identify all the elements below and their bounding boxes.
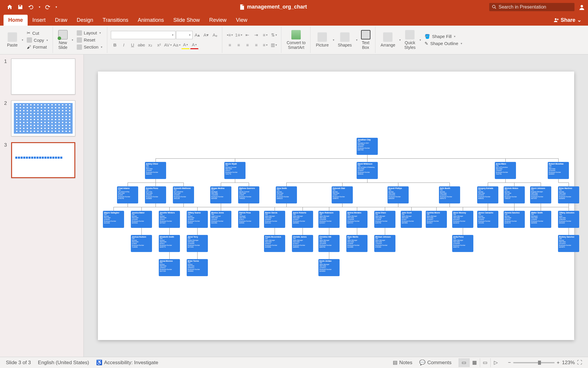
normal-view-button[interactable]: ▭ [459, 358, 469, 367]
shape-fill-button[interactable]: 🪣Shape Fill▾ [423, 33, 464, 40]
org-node[interactable]: Jonathan ClayTitlePresident & CEOStart D… [357, 138, 378, 155]
save-icon[interactable] [17, 4, 24, 10]
org-node[interactable]: Brian TorresTitleAnalystStart Date3/30/2… [187, 259, 208, 276]
zoom-out-button[interactable]: − [508, 360, 511, 366]
bold-button[interactable]: B [111, 41, 119, 49]
org-node[interactable]: Nicole WyattTitleGeneral CounselStart Da… [224, 162, 245, 179]
quick-styles-button[interactable]: Quick Styles [402, 29, 417, 51]
thumbnail-1[interactable]: 1 [4, 59, 79, 95]
increase-indent-button[interactable]: ⇥ [252, 31, 260, 39]
thumbnail-2[interactable]: 2 [4, 100, 79, 136]
org-node[interactable]: Christie JamesTitleSales ManagerStart Da… [292, 235, 313, 252]
org-node[interactable]: Anna OlsenTitleSales ManagerStart Date7/… [374, 211, 395, 228]
org-node[interactable]: Pamela SanchezTitleDirectorStart Date6/5… [504, 211, 525, 228]
font-size-select[interactable]: ▾ [176, 31, 193, 39]
picture-more[interactable]: ▾ [333, 38, 334, 42]
textbox-button[interactable]: Text Box [359, 29, 372, 51]
reading-view-button[interactable]: ▭ [480, 358, 490, 367]
thumb-preview-1[interactable] [11, 59, 75, 95]
numbering-button[interactable]: 1≡▾ [235, 31, 243, 39]
cut-button[interactable]: ✂Cut [25, 30, 50, 36]
org-node[interactable]: Tiffany JohnstonTitleLeadStart Date3/28/… [558, 211, 579, 228]
quick-more[interactable]: ▾ [420, 38, 421, 42]
org-node[interactable]: Raven GarciaTitleSales ManagerStart Date… [264, 211, 285, 228]
shapes-more[interactable]: ▾ [356, 38, 358, 42]
tab-insert[interactable]: Insert [28, 15, 50, 26]
org-node[interactable]: Joshua HudsonTitleDirectorStart Date5/18… [131, 235, 152, 252]
zoom-percent[interactable]: 123% [562, 360, 575, 366]
undo-icon[interactable] [28, 4, 34, 10]
notes-button[interactable]: ▤Notes [393, 359, 412, 366]
org-node[interactable]: Deborah StairTitleDirectorStart Date1/23… [332, 186, 353, 203]
org-node[interactable]: Cynthia MooreTitleSales ManagerStart Dat… [426, 211, 447, 228]
org-node[interactable]: Patrick PenaTitleParalegalStart Date8/19… [238, 211, 259, 228]
org-node[interactable]: Michael JohnsonTitleSales ManagerStart D… [374, 235, 395, 252]
underline-button[interactable]: U [128, 41, 137, 49]
highlight-button[interactable]: A▾ [181, 41, 190, 49]
org-node[interactable]: Kevin JordanTitleSales ManagerStart Date… [318, 259, 340, 276]
text-direction-button[interactable]: ⇅▾ [270, 31, 278, 39]
org-node[interactable]: Rodney SanchezTitleDirectorStart Date10/… [558, 235, 579, 252]
org-node[interactable]: Selena MoralesTitleSales ManagerStart Da… [346, 211, 368, 228]
align-text-button[interactable]: ≡▾ [261, 41, 269, 49]
font-color-button[interactable]: A▾ [190, 41, 198, 49]
org-node[interactable]: James CamachoTitleDirectorStart Date2/2/… [477, 211, 498, 228]
convert-smartart-button[interactable]: Convert to SmartArt [285, 29, 308, 51]
share-button[interactable]: Share ⌄ [551, 14, 584, 26]
org-node[interactable]: David WilkinsonTitleSVP of Sales & Marke… [357, 162, 378, 179]
fit-to-window-button[interactable]: ⛶ [577, 360, 582, 366]
org-node[interactable]: Seth BoothTitleDirectorStart Date11/8/20… [439, 186, 460, 203]
bullets-button[interactable]: •≡▾ [226, 31, 234, 39]
thumb-preview-2[interactable] [11, 100, 75, 136]
copy-button[interactable]: Copy▾ [25, 37, 50, 43]
picture-button[interactable]: Picture [314, 31, 330, 49]
org-node[interactable]: Tiffany SuarezTitleAnalystStart Date4/2/… [187, 211, 208, 228]
org-node[interactable]: Elizabeth SmithTitleAnalystStart Date8/2… [159, 235, 180, 252]
columns-button[interactable]: ▥▾ [270, 41, 278, 49]
new-slide-button[interactable]: New Slide [56, 29, 69, 51]
align-center-button[interactable]: ≡ [235, 41, 243, 49]
accessibility-button[interactable]: ♿Accessibility: Investigate [96, 359, 158, 366]
org-node[interactable]: Travis MccormickTitleSales ManagerStart … [264, 235, 285, 252]
comments-button[interactable]: 💬Comments [419, 359, 451, 366]
tab-view[interactable]: View [231, 15, 252, 26]
decrease-indent-button[interactable]: ⇤ [243, 31, 252, 39]
slideshow-view-button[interactable]: ▷ [490, 358, 501, 367]
org-node[interactable]: Wayne GallagherTitleDirectorStart Date10… [103, 211, 124, 228]
chevron-down-icon[interactable]: ⌄ [577, 17, 582, 23]
org-node[interactable]: John ScottTitleSales ManagerStart Date9/… [401, 211, 422, 228]
org-node[interactable]: Steve MooneyTitleSales ManagerStart Date… [452, 211, 473, 228]
tab-draw[interactable]: Draw [50, 15, 72, 26]
grow-font-button[interactable]: A▴ [193, 31, 201, 39]
org-node[interactable]: Anna MannTitleSVP of ProductionStart Dat… [495, 162, 516, 179]
home-icon[interactable] [6, 4, 13, 10]
thumbnail-3[interactable]: 3 [4, 142, 79, 178]
paste-button[interactable]: Paste [5, 31, 19, 49]
section-button[interactable]: Section▾ [75, 44, 104, 50]
tab-animations[interactable]: Animations [133, 15, 168, 26]
org-node[interactable]: Brian MartinezTitleDirectorStart Date6/1… [558, 186, 579, 203]
org-node[interactable]: Ryan RobinsonTitleSales ManagerStart Dat… [318, 211, 340, 228]
new-slide-more-icon[interactable]: ▾ [72, 38, 73, 42]
search-box[interactable] [489, 3, 574, 11]
char-spacing-button[interactable]: AV▾ [164, 41, 172, 49]
italic-button[interactable]: I [120, 41, 128, 49]
org-node[interactable]: Chad AdamsTitleVP of AccountingStart Dat… [117, 186, 138, 203]
change-case-button[interactable]: Aa▾ [173, 41, 181, 49]
org-node[interactable]: Jennifer WintersTitleAnalystStart Date5/… [159, 211, 180, 228]
tab-slideshow[interactable]: Slide Show [169, 15, 205, 26]
subscript-button[interactable]: x₂ [146, 41, 154, 49]
language-indicator[interactable]: English (United States) [38, 360, 89, 366]
line-spacing-button[interactable]: ≡▾ [261, 31, 269, 39]
sorter-view-button[interactable]: ▦ [469, 358, 480, 367]
clear-format-button[interactable]: Aᵩ [211, 31, 219, 39]
font-family-select[interactable]: ▾ [111, 31, 176, 39]
format-painter-button[interactable]: 🖌Format [25, 44, 50, 50]
org-node[interactable]: Gina SmithTitleDirectorStart Date5/1/200… [276, 186, 297, 203]
tab-review[interactable]: Review [205, 15, 231, 26]
superscript-button[interactable]: x² [155, 41, 163, 49]
org-node[interactable]: Anita PerezTitleSales ManagerStart Date3… [452, 235, 473, 252]
org-node[interactable]: Monica JonesTitleLegal CounselStart Date… [210, 211, 231, 228]
org-node[interactable]: Brandi PhillipsTitleDirectorStart Date9/… [387, 186, 409, 203]
slide-canvas-area[interactable]: Jonathan ClayTitlePresident & CEOStart D… [84, 54, 588, 357]
